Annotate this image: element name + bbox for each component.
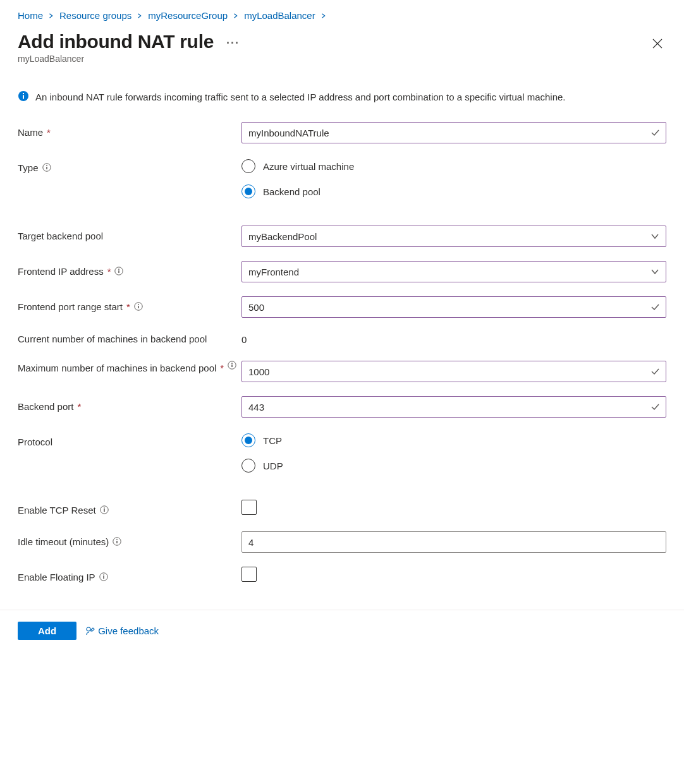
help-icon[interactable] <box>134 302 143 311</box>
page-subtitle: myLoadBalancer <box>18 54 240 64</box>
type-label: Type <box>18 162 39 173</box>
type-option-pool-label: Backend pool <box>263 186 321 197</box>
port-range-start-input[interactable]: 500 <box>241 296 666 318</box>
current-machines-value: 0 <box>241 332 666 345</box>
max-machines-value: 1000 <box>248 366 648 377</box>
frontend-ip-value: myFrontend <box>248 267 648 277</box>
more-menu-button[interactable]: ··· <box>226 37 240 49</box>
help-icon[interactable] <box>99 572 108 581</box>
check-icon <box>648 367 659 376</box>
name-value: myInboundNATrule <box>248 128 648 138</box>
breadcrumb-item[interactable]: Home <box>18 10 43 21</box>
info-banner: An inbound NAT rule forwards incoming tr… <box>18 90 666 104</box>
form: Name * myInboundNATrule Type Azur <box>18 122 666 610</box>
max-machines-label: Maximum number of machines in backend po… <box>18 361 216 376</box>
page-title: Add inbound NAT rule <box>18 31 214 52</box>
close-button[interactable] <box>649 35 666 52</box>
add-button[interactable]: Add <box>18 622 76 640</box>
breadcrumb: Home Resource groups myResourceGroup myL… <box>18 10 666 21</box>
footer: Add Give feedback <box>0 610 684 651</box>
target-backend-pool-label: Target backend pool <box>18 231 103 241</box>
tcp-reset-checkbox[interactable] <box>241 500 257 515</box>
info-icon <box>18 90 29 102</box>
type-option-pool[interactable]: Backend pool <box>241 183 666 200</box>
max-machines-input[interactable]: 1000 <box>241 361 666 382</box>
idle-timeout-input[interactable]: 4 <box>241 531 666 553</box>
check-icon <box>648 402 659 411</box>
frontend-ip-label: Frontend IP address <box>18 266 104 277</box>
breadcrumb-item[interactable]: myResourceGroup <box>148 10 228 21</box>
port-range-start-value: 500 <box>248 302 648 313</box>
chevron-right-icon <box>321 13 327 19</box>
name-input[interactable]: myInboundNATrule <box>241 122 666 143</box>
current-machines-label: Current number of machines in backend po… <box>18 332 207 347</box>
chevron-right-icon <box>233 13 239 19</box>
chevron-down-icon <box>648 267 659 276</box>
idle-timeout-label: Idle timeout (minutes) <box>18 536 109 547</box>
help-icon[interactable] <box>228 361 236 370</box>
help-icon[interactable] <box>42 163 51 172</box>
give-feedback-link[interactable]: Give feedback <box>85 625 159 636</box>
breadcrumb-item[interactable]: Resource groups <box>59 10 131 21</box>
backend-port-label: Backend port <box>18 401 73 412</box>
backend-port-value: 443 <box>248 402 648 413</box>
chevron-right-icon <box>137 13 143 19</box>
check-icon <box>648 303 659 311</box>
breadcrumb-item[interactable]: myLoadBalancer <box>244 10 315 21</box>
help-icon[interactable] <box>113 537 121 546</box>
protocol-label: Protocol <box>18 437 52 447</box>
target-backend-pool-select[interactable]: myBackendPool <box>241 226 666 247</box>
idle-timeout-value: 4 <box>248 537 659 548</box>
required-mark: * <box>220 361 224 376</box>
protocol-option-udp[interactable]: UDP <box>241 457 666 474</box>
type-option-vm[interactable]: Azure virtual machine <box>241 157 666 175</box>
feedback-icon <box>85 626 95 636</box>
port-range-start-label: Frontend port range start <box>18 301 123 312</box>
required-mark: * <box>77 401 81 412</box>
floating-ip-label: Enable Floating IP <box>18 572 95 582</box>
help-icon[interactable] <box>114 267 123 275</box>
page-header: Add inbound NAT rule ··· myLoadBalancer <box>18 31 666 88</box>
info-banner-message: An inbound NAT rule forwards incoming tr… <box>35 90 566 104</box>
frontend-ip-select[interactable]: myFrontend <box>241 261 666 282</box>
name-label: Name <box>18 127 43 138</box>
floating-ip-checkbox[interactable] <box>241 567 257 582</box>
required-mark: * <box>107 266 111 277</box>
protocol-option-udp-label: UDP <box>263 461 283 471</box>
protocol-option-tcp-label: TCP <box>263 435 282 446</box>
required-mark: * <box>126 301 130 312</box>
protocol-option-tcp[interactable]: TCP <box>241 431 666 449</box>
type-option-vm-label: Azure virtual machine <box>263 161 354 172</box>
tcp-reset-label: Enable TCP Reset <box>18 505 96 516</box>
help-icon[interactable] <box>100 505 109 514</box>
backend-port-input[interactable]: 443 <box>241 396 666 418</box>
required-mark: * <box>47 127 51 138</box>
target-backend-pool-value: myBackendPool <box>248 231 648 242</box>
check-icon <box>648 128 659 137</box>
chevron-down-icon <box>648 232 659 241</box>
give-feedback-label: Give feedback <box>98 625 159 636</box>
chevron-right-icon <box>48 13 54 19</box>
